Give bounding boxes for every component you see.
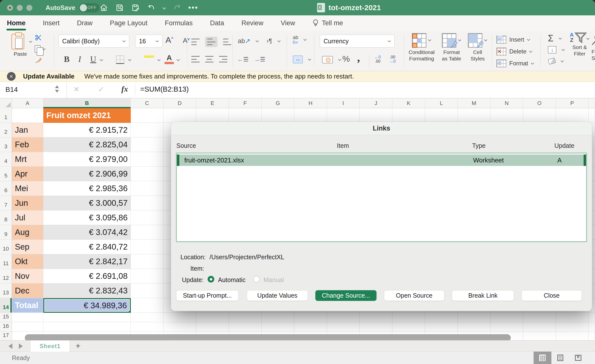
align-top-button[interactable] (191, 38, 200, 46)
decrease-indent-button[interactable]: ←☰ (237, 56, 249, 63)
cell-B8[interactable]: € 3.095,86 (43, 210, 131, 225)
tab-view[interactable]: View (280, 16, 296, 30)
select-all-corner[interactable] (0, 98, 12, 108)
redo-icon[interactable] (172, 3, 182, 12)
column-header-P[interactable]: P (556, 98, 589, 108)
cell-C8[interactable] (131, 210, 163, 225)
change-source-button[interactable]: Change Source... (315, 290, 377, 301)
row-header-17[interactable]: 17 (0, 332, 12, 340)
cell-F15[interactable] (229, 313, 262, 322)
increase-decimal-button[interactable]: ←0.00 (375, 55, 381, 63)
increase-indent-button[interactable]: →☰ (254, 56, 266, 63)
merge-dropdown-icon[interactable] (308, 58, 311, 61)
borders-dropdown-icon[interactable] (128, 58, 131, 61)
cell-A7[interactable]: Jun (12, 196, 43, 210)
grow-font-button[interactable]: A^ (165, 35, 173, 45)
shrink-font-button[interactable]: Av (183, 37, 190, 45)
cut-button[interactable] (35, 33, 46, 42)
row-header-12[interactable]: 12 (0, 269, 12, 284)
formula-input[interactable]: =SUM(B2:B13) (140, 85, 189, 93)
page-layout-view-button[interactable] (551, 352, 569, 364)
cell-I15[interactable] (327, 313, 360, 322)
find-select-button[interactable]: Find &Select (592, 32, 595, 61)
accounting-dropdown-icon[interactable] (338, 58, 341, 61)
cell-H1[interactable] (294, 108, 327, 123)
row-header-8[interactable]: 8 (0, 210, 12, 225)
cell-B15[interactable] (43, 313, 131, 322)
text-direction-dropdown-icon[interactable] (278, 40, 281, 43)
column-header-F[interactable]: F (229, 98, 262, 108)
underline-button[interactable]: U (90, 54, 96, 64)
font-size-select[interactable]: 16 (135, 35, 162, 48)
percent-style-button[interactable]: % (342, 54, 350, 64)
autosum-button[interactable]: Σ (548, 33, 553, 44)
paste-button[interactable]: Paste (8, 34, 32, 57)
cell-C3[interactable] (131, 137, 163, 152)
copy-button[interactable] (35, 45, 46, 53)
cell-A6[interactable]: Mei (12, 181, 43, 196)
align-left-button[interactable] (191, 55, 200, 63)
comma-style-button[interactable]: , (357, 52, 360, 64)
column-header-E[interactable]: E (196, 98, 229, 108)
row-header-13[interactable]: 13 (0, 284, 12, 298)
add-sheet-button[interactable]: + (76, 341, 81, 351)
name-box[interactable]: B14 (0, 82, 67, 98)
more-commands-icon[interactable]: ••• (188, 3, 198, 12)
tab-review[interactable]: Review (241, 16, 264, 30)
cell-L1[interactable] (425, 108, 458, 123)
cell-B5[interactable]: € 2.906,99 (43, 167, 131, 181)
cell-A4[interactable]: Mrt (12, 152, 43, 167)
font-color-dropdown-icon[interactable] (177, 58, 180, 61)
cell-B6[interactable]: € 2.985,36 (43, 181, 131, 196)
cell-O1[interactable] (523, 108, 556, 123)
sheet-tab-sheet1[interactable]: Sheet1 (30, 340, 70, 352)
cell-C7[interactable] (131, 196, 163, 210)
row-header-2[interactable]: 2 (0, 123, 12, 137)
tab-tell-me[interactable]: Tell me (312, 19, 343, 27)
row-header-7[interactable]: 7 (0, 196, 12, 210)
tab-data[interactable]: Data (210, 16, 225, 30)
cell-A5[interactable]: Apr (12, 167, 43, 181)
home-icon[interactable] (99, 3, 108, 12)
links-list-row[interactable]: fruit-omzet-2021.xlsx Worksheet A (177, 155, 586, 166)
cell-C14[interactable] (131, 298, 163, 313)
font-color-button[interactable]: A (164, 53, 174, 64)
cell-D1[interactable] (163, 108, 196, 123)
row-header-16[interactable]: 16 (0, 322, 12, 332)
column-header-B[interactable]: B (43, 98, 131, 108)
cell-E15[interactable] (196, 313, 229, 322)
align-bottom-button[interactable] (223, 38, 231, 46)
fill-color-dropdown-icon[interactable] (158, 58, 161, 61)
cell-B11[interactable]: € 2.842,17 (43, 254, 131, 269)
cell-A1[interactable] (12, 108, 43, 123)
orientation-button[interactable]: ab↗ (238, 37, 250, 45)
tab-page-layout[interactable]: Page Layout (109, 16, 148, 30)
format-as-table-button[interactable]: Formatas Table (438, 33, 465, 62)
cell-A13[interactable]: Dec (12, 284, 43, 298)
row-header-14[interactable]: 14 (0, 298, 12, 313)
cell-P17[interactable] (556, 332, 589, 340)
fill-handle[interactable] (128, 310, 131, 313)
cell-B7[interactable]: € 3.000,57 (43, 196, 131, 210)
cell-N16[interactable] (490, 322, 523, 332)
save-as-icon[interactable] (131, 3, 140, 12)
insert-function-icon[interactable]: fx (121, 84, 128, 94)
cell-A10[interactable]: Sep (12, 240, 43, 254)
row-header-6[interactable]: 6 (0, 181, 12, 196)
cell-styles-button[interactable]: CellStyles (465, 33, 490, 62)
cell-A15[interactable] (12, 313, 43, 322)
row-header-15[interactable]: 15 (0, 313, 12, 322)
cell-B1[interactable]: Fruit omzet 2021 (43, 108, 131, 123)
cell-I16[interactable] (327, 322, 360, 332)
cell-C10[interactable] (131, 240, 163, 254)
cell-H15[interactable] (294, 313, 327, 322)
cell-P16[interactable] (556, 322, 589, 332)
row-header-5[interactable]: 5 (0, 167, 12, 181)
tab-draw[interactable]: Draw (77, 16, 93, 30)
cell-B13[interactable]: € 2.832,43 (43, 284, 131, 298)
row-header-10[interactable]: 10 (0, 240, 12, 254)
cell-H16[interactable] (294, 322, 327, 332)
cell-N15[interactable] (490, 313, 523, 322)
borders-button[interactable] (116, 55, 124, 64)
cell-A14[interactable]: Totaal (12, 298, 43, 313)
